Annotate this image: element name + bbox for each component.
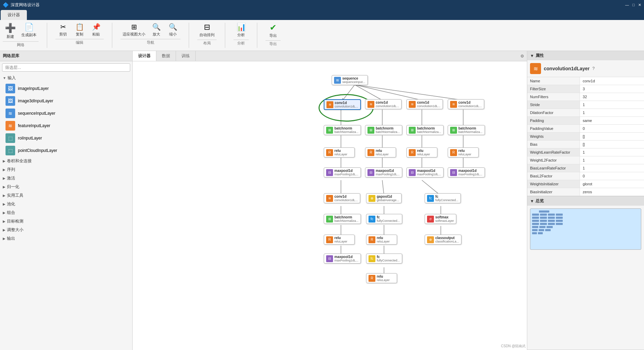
canvas-tab-data[interactable]: 数据 [156, 51, 176, 61]
node-mp-2[interactable]: ⊟ maxpool1d maxPooling1dL... [365, 167, 402, 177]
node-mp-4[interactable]: ⊟ maxpool1d maxPooling1dL... [448, 167, 485, 177]
prop-val[interactable]: 3 [580, 85, 644, 93]
cut-button[interactable]: ✂ 剪切 [55, 21, 71, 38]
prop-val[interactable]: 1 [580, 164, 644, 172]
minimize-btn[interactable]: — [625, 3, 629, 7]
prop-val[interactable]: same [580, 117, 644, 125]
node-relu-2[interactable]: R relu reluLayer [365, 147, 396, 157]
node-bn-2[interactable]: ⊞ batchnorm batchNormaliza... [365, 125, 402, 135]
zoom-out-button[interactable]: 🔍 缩小 [165, 21, 180, 38]
close-btn[interactable]: ✕ [638, 3, 641, 7]
node-bn-3[interactable]: ⊞ batchnorm batchNormaliza... [406, 125, 444, 135]
category-pooling[interactable]: ▶ 池化 [0, 200, 132, 208]
node-conv1d-3[interactable]: ≋ conv1d convolution1dL... [406, 99, 443, 109]
prop-key: FilterSize [527, 85, 580, 93]
prop-val[interactable]: 1 [580, 148, 644, 156]
node-mp-3[interactable]: ⊟ maxpool1d maxPooling1dL... [406, 167, 444, 177]
prop-val[interactable]: [] [580, 141, 644, 148]
prop-row: Nameconv1d [527, 77, 644, 85]
generate-copy-button[interactable]: 📄 生成副本 [19, 21, 39, 41]
node-bn-1[interactable]: ⊞ batchnorm batchNormaliza... [324, 125, 361, 135]
node-relu-3[interactable]: R relu reluLayer [406, 147, 437, 157]
prop-val[interactable]: 0 [580, 125, 644, 133]
prop-table: Nameconv1dFilterSize3NumFilters32Stride1… [527, 77, 644, 196]
canvas-settings-icon[interactable]: ⚙ [518, 52, 527, 60]
canvas-area[interactable]: ≋ sequence sequenceInput... ≋ conv1d con… [133, 61, 527, 350]
category-resize[interactable]: ▶ 调整大小 [0, 226, 132, 234]
layer-item-sequenceInputLayer[interactable]: ≋ sequenceInputLayer [0, 107, 132, 120]
node-classoutput[interactable]: ⊕ classoutput classificationLa... [425, 235, 461, 245]
node-fc-2[interactable]: fc fc fullyConnected... [425, 193, 461, 203]
fit-view-button[interactable]: ⊞ 适应视图大小 [121, 21, 147, 38]
maximize-btn[interactable]: □ [632, 3, 635, 7]
node-fc-1[interactable]: fc fc fullyConnected... [366, 214, 402, 224]
node-conv1d-5[interactable]: ≋ conv1d convolution1dL... [324, 193, 360, 203]
node-bn-4[interactable]: ⊞ batchnorm batchNormaliza... [448, 125, 485, 135]
node-conv1d-4[interactable]: ≋ conv1d convolution1dL... [448, 99, 484, 109]
layer-item-image3dInputLayer[interactable]: 🖼 image3dInputLayer [0, 95, 132, 107]
node-conv1d-1[interactable]: ≋ conv1d convolution1dL... [324, 99, 361, 110]
paste-button[interactable]: 📌 粘贴 [89, 21, 104, 38]
category-conv[interactable]: ▶ 卷积和全连接 [0, 157, 132, 165]
toolbar-group-export: ✔ 导出 导出 [266, 21, 281, 47]
canvas-tab-training[interactable]: 训练 [176, 51, 196, 61]
prop-val[interactable]: zeros [580, 188, 644, 196]
layer-library-title: 网络层库 [0, 51, 132, 61]
layer-icon-feature: ≋ [6, 121, 15, 131]
node-softmax[interactable]: σ softmax softmaxLayer [425, 214, 456, 224]
node-bn-5[interactable]: ⊞ batchnorm batchNormaliza... [324, 214, 361, 224]
overview-panel [527, 206, 644, 253]
node-relu-5[interactable]: R relu reluLayer [366, 235, 397, 245]
prop-layer-type: convolution1dLayer [544, 66, 590, 71]
app-title: 深度网络设计器 [11, 2, 40, 8]
prop-val[interactable]: 1 [580, 109, 644, 117]
toolbar-group-layout: ⊟ 自动排列 布局 [197, 21, 217, 46]
prop-val[interactable]: [] [580, 133, 644, 141]
node-sequence[interactable]: ≋ sequence sequenceInput... [332, 75, 368, 85]
prop-val[interactable]: conv1d [580, 77, 644, 85]
prop-table-container[interactable]: Nameconv1dFilterSize3NumFilters32Stride1… [527, 77, 644, 196]
node-relu-7[interactable]: R relu reluLayer [366, 273, 397, 283]
category-activation[interactable]: ▶ 激活 [0, 174, 132, 183]
new-button[interactable]: ➕ 新建 [3, 21, 18, 41]
canvas-tab-designer[interactable]: 设计器 [133, 51, 156, 61]
prop-val[interactable]: 0 [580, 172, 644, 180]
copy-button[interactable]: 📋 复制 [72, 21, 87, 38]
node-fc-3[interactable]: fc fc fullyConnected... [366, 254, 402, 264]
layer-item-featureInputLayer[interactable]: ≋ featureInputLayer [0, 120, 132, 132]
prop-help-button[interactable]: ? [592, 66, 595, 71]
prop-key: Stride [527, 101, 580, 109]
prop-row: Stride1 [527, 101, 644, 109]
node-mp-5[interactable]: ⊟ maxpool1d maxPooling1dL... [324, 254, 361, 264]
prop-val[interactable]: 1 [580, 156, 644, 164]
prop-val[interactable]: 1 [580, 101, 644, 109]
category-norm[interactable]: ▶ 归一化 [0, 183, 132, 191]
prop-key: WeightLearnRateFactor [527, 148, 580, 156]
category-utils[interactable]: ▶ 实用工具 [0, 191, 132, 200]
layer-item-imageInputLayer[interactable]: 🖼 imageInputLayer [0, 82, 132, 95]
node-mp-1[interactable]: ⊟ maxpool1d maxPooling1dL... [324, 167, 361, 177]
category-sequence[interactable]: ▶ 序列 [0, 165, 132, 174]
prop-key: BiasInitializer [527, 188, 580, 196]
tab-designer[interactable]: 设计器 [1, 10, 27, 20]
node-conv1d-2[interactable]: ≋ conv1d convolution1dL... [365, 99, 402, 109]
layer-item-roiInputLayer[interactable]: ⬚ roiInputLayer [0, 132, 132, 144]
layer-item-pointCloudInputLayer[interactable]: ⬚ pointCloudInputLayer [0, 144, 132, 157]
overview-canvas[interactable] [530, 208, 641, 250]
layer-search-input[interactable] [2, 63, 130, 72]
node-relu-1[interactable]: R relu reluLayer [324, 147, 355, 157]
category-detection[interactable]: ▶ 目标检测 [0, 217, 132, 226]
auto-arrange-button[interactable]: ⊟ 自动排列 [197, 21, 217, 39]
node-gapool[interactable]: ⊕ gapool1d globalAverage... [366, 193, 402, 203]
node-relu-4[interactable]: R relu reluLayer [448, 147, 479, 157]
category-combine[interactable]: ▶ 组合 [0, 208, 132, 217]
node-relu-6[interactable]: R relu reluLayer [324, 235, 355, 245]
zoom-in-button[interactable]: 🔍 放大 [149, 21, 164, 38]
analyze-button[interactable]: 📊 分析 [233, 21, 249, 39]
prop-val[interactable]: glorot [580, 180, 644, 188]
layer-icon-pointcloud: ⬚ [6, 146, 15, 155]
prop-val[interactable]: 32 [580, 93, 644, 101]
category-input[interactable]: ▼ 输入 [0, 74, 132, 82]
export-button[interactable]: ✔ 导出 [266, 21, 281, 40]
category-output[interactable]: ▶ 输出 [0, 234, 132, 243]
